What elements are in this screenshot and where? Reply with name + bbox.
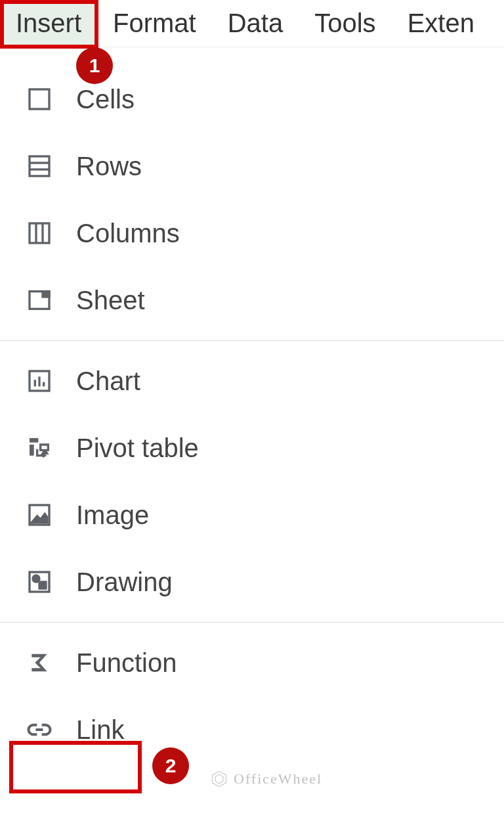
image-icon — [24, 499, 55, 531]
menu-item-cells[interactable]: Cells — [0, 66, 504, 133]
menu-item-label: Columns — [76, 219, 180, 248]
insert-menu-panel: Cells Rows Columns Shee — [0, 47, 504, 763]
svg-rect-14 — [30, 445, 34, 456]
menu-item-label: Function — [76, 648, 177, 678]
menu-item-label: Drawing — [76, 567, 173, 597]
menu-item-label: Link — [76, 715, 124, 745]
chart-icon — [24, 365, 55, 397]
menu-item-label: Sheet — [76, 286, 145, 315]
menu-item-drawing[interactable]: Drawing — [0, 548, 504, 615]
annotation-badge-2: 2 — [152, 747, 189, 784]
menu-divider — [0, 340, 504, 341]
rows-icon — [24, 150, 55, 182]
watermark: OfficeWheel — [210, 770, 322, 788]
svg-rect-20 — [39, 582, 46, 588]
menu-item-image[interactable]: Image — [0, 481, 504, 548]
svg-rect-13 — [30, 438, 38, 443]
menubar: Insert Format Data Tools Exten — [0, 0, 504, 47]
columns-icon — [24, 217, 55, 249]
menu-item-columns[interactable]: Columns — [0, 200, 504, 267]
menubar-item-data[interactable]: Data — [212, 1, 299, 46]
menubar-item-tools[interactable]: Tools — [299, 1, 391, 46]
pivot-icon — [24, 432, 55, 464]
annotation-badge-1: 1 — [76, 47, 113, 84]
svg-rect-4 — [30, 223, 49, 243]
menubar-item-format[interactable]: Format — [97, 1, 212, 46]
menu-item-label: Rows — [76, 152, 142, 181]
svg-marker-21 — [213, 771, 226, 786]
menubar-item-extensions[interactable]: Exten — [392, 1, 490, 46]
menu-divider — [0, 622, 504, 623]
sheet-icon — [24, 284, 55, 316]
svg-rect-0 — [30, 89, 49, 109]
menu-item-label: Image — [76, 500, 149, 530]
drawing-icon — [24, 566, 55, 598]
svg-marker-17 — [32, 514, 47, 522]
link-icon — [24, 714, 55, 745]
menu-item-chart[interactable]: Chart — [0, 347, 504, 414]
watermark-text: OfficeWheel — [234, 770, 322, 788]
svg-rect-1 — [30, 156, 49, 176]
menu-item-sheet[interactable]: Sheet — [0, 267, 504, 334]
function-icon — [24, 647, 55, 678]
svg-rect-8 — [43, 292, 49, 297]
menu-item-label: Chart — [76, 366, 140, 396]
menu-item-label: Pivot table — [76, 433, 199, 463]
menu-item-pivot-table[interactable]: Pivot table — [0, 414, 504, 481]
menu-item-link[interactable]: Link — [0, 696, 504, 763]
menu-item-label: Cells — [76, 85, 135, 114]
menu-item-function[interactable]: Function — [0, 629, 504, 696]
cells-icon — [24, 83, 55, 115]
menubar-item-insert[interactable]: Insert — [0, 1, 97, 46]
svg-marker-22 — [215, 774, 223, 784]
menu-item-rows[interactable]: Rows — [0, 133, 504, 200]
